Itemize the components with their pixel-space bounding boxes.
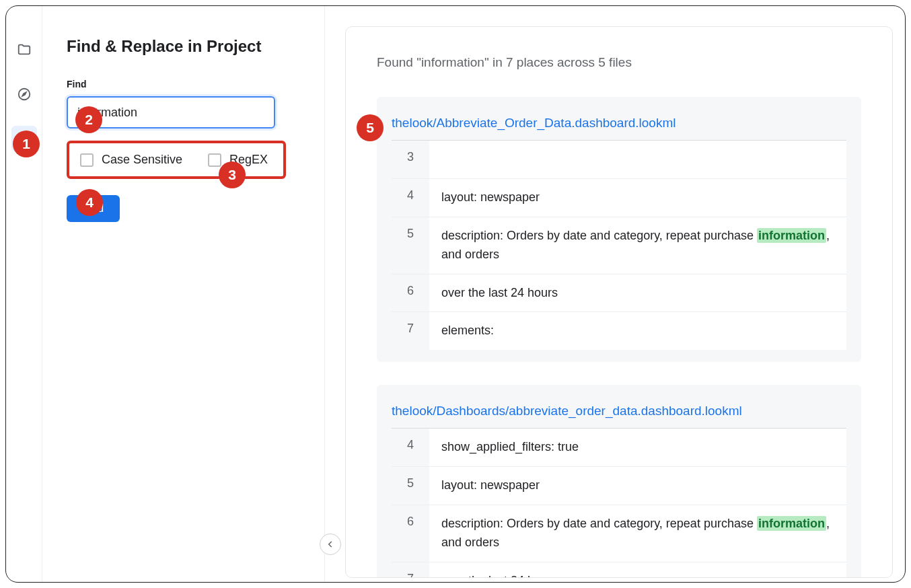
find-options: Case Sensitive RegEX xyxy=(67,141,286,179)
results-wrap: Found "information" in 7 places across 5… xyxy=(325,6,905,582)
checkbox-icon xyxy=(80,153,94,167)
line-content: description: Orders by date and category… xyxy=(429,217,846,274)
line-content: over the last 24 hours xyxy=(429,562,846,578)
result-file-block: thelook/Dashboards/abbreviate_order_data… xyxy=(377,385,861,578)
callout-badge-5: 5 xyxy=(357,114,384,141)
callout-badge-1: 1 xyxy=(13,131,40,157)
result-line-row[interactable]: 4show_applied_filters: true xyxy=(392,429,846,467)
line-number: 6 xyxy=(392,505,429,562)
find-replace-panel: Find & Replace in Project Find Case Sens… xyxy=(42,6,325,582)
case-sensitive-checkbox[interactable]: Case Sensitive xyxy=(80,153,182,167)
result-line-row[interactable]: 7over the last 24 hours xyxy=(392,562,846,578)
line-number: 7 xyxy=(392,312,429,350)
result-line-row[interactable]: 6description: Orders by date and categor… xyxy=(392,505,846,562)
line-number: 5 xyxy=(392,467,429,505)
collapse-sidebar-button[interactable] xyxy=(320,534,341,555)
result-line-row[interactable]: 5layout: newspaper xyxy=(392,467,846,505)
callout-badge-3: 3 xyxy=(219,161,246,188)
results-file-list: thelook/Abbreviate_Order_Data.dashboard.… xyxy=(377,97,861,578)
result-line-row[interactable]: 4layout: newspaper xyxy=(392,179,846,217)
line-content: layout: newspaper xyxy=(429,179,846,217)
rail-item-files[interactable] xyxy=(11,37,37,63)
line-content: description: Orders by date and category… xyxy=(429,505,846,562)
svg-marker-1 xyxy=(22,92,26,96)
line-content xyxy=(429,141,846,178)
match-highlight: information xyxy=(757,228,826,243)
result-file-block: thelook/Abbreviate_Order_Data.dashboard.… xyxy=(377,97,861,362)
icon-rail xyxy=(6,6,42,582)
result-line-row[interactable]: 5description: Orders by date and categor… xyxy=(392,217,846,274)
results-panel: Found "information" in 7 places across 5… xyxy=(345,26,893,578)
result-line-row[interactable]: 6over the last 24 hours xyxy=(392,274,846,313)
line-number: 6 xyxy=(392,274,429,312)
compass-icon xyxy=(17,87,32,102)
app-frame: Find & Replace in Project Find Case Sens… xyxy=(5,5,906,583)
panel-title: Find & Replace in Project xyxy=(67,37,300,56)
match-highlight: information xyxy=(757,516,826,531)
result-line-row[interactable]: 3 xyxy=(392,141,846,179)
line-content: layout: newspaper xyxy=(429,467,846,505)
line-content: show_applied_filters: true xyxy=(429,429,846,466)
line-number: 7 xyxy=(392,562,429,578)
chevron-left-icon xyxy=(326,540,335,549)
result-file-path[interactable]: thelook/Abbreviate_Order_Data.dashboard.… xyxy=(392,116,846,141)
result-file-path[interactable]: thelook/Dashboards/abbreviate_order_data… xyxy=(392,404,846,429)
line-number: 5 xyxy=(392,217,429,274)
find-label: Find xyxy=(67,79,300,89)
line-number: 4 xyxy=(392,429,429,466)
line-content: elements: xyxy=(429,312,846,350)
case-sensitive-label: Case Sensitive xyxy=(102,153,182,167)
line-content: over the last 24 hours xyxy=(429,274,846,312)
rail-item-explore[interactable] xyxy=(11,81,37,107)
callout-badge-4: 4 xyxy=(76,189,103,216)
results-summary: Found "information" in 7 places across 5… xyxy=(377,55,861,70)
line-number: 4 xyxy=(392,179,429,217)
line-number: 3 xyxy=(392,141,429,178)
checkbox-icon xyxy=(208,153,221,167)
callout-badge-2: 2 xyxy=(75,106,102,133)
folder-icon xyxy=(17,42,32,57)
result-line-row[interactable]: 7elements: xyxy=(392,312,846,350)
